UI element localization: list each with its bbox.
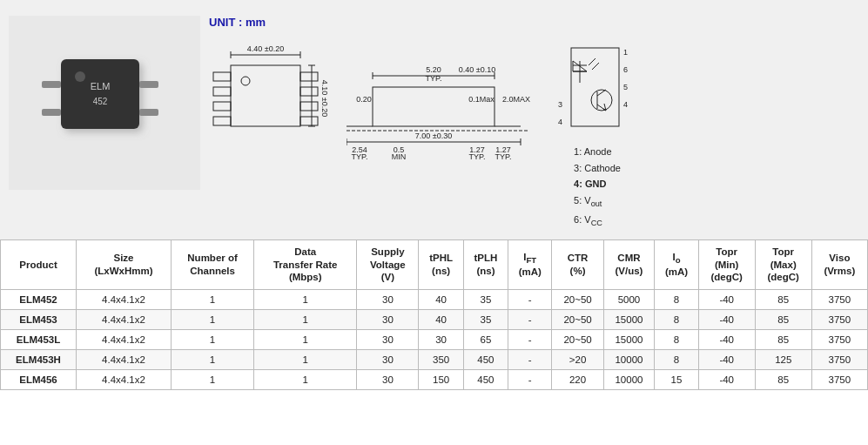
svg-rect-15 (300, 87, 318, 96)
svg-text:4: 4 (623, 100, 628, 109)
cell-cmr: 5000 (603, 290, 655, 310)
svg-rect-12 (213, 102, 231, 111)
svg-text:4.10 ±0.20: 4.10 ±0.20 (320, 80, 329, 117)
cell-channels: 1 (171, 310, 253, 330)
cell-viso: 3750 (811, 350, 867, 370)
table-row: ELM4534.4x4.1x211304035-20~50150008-4085… (1, 310, 868, 330)
cell-cmr: 15000 (603, 310, 655, 330)
cell-ift: - (508, 370, 552, 390)
svg-text:5.20: 5.20 (426, 65, 441, 74)
col-tplh: tPLH(ns) (463, 239, 508, 290)
svg-rect-3 (42, 109, 61, 116)
cell-product: ELM453H (1, 350, 77, 370)
svg-line-61 (589, 58, 595, 65)
cell-tphl: 40 (419, 310, 463, 330)
pinout-diagram: 1 6 5 4 3 4 (554, 39, 632, 231)
svg-line-65 (597, 90, 606, 96)
cell-tphl: 40 (419, 290, 463, 310)
svg-rect-11 (213, 87, 231, 96)
col-topr-max: Topr(Max)(degC) (755, 239, 811, 290)
cell-dtr: 1 (254, 290, 357, 310)
cell-dtr: 1 (254, 330, 357, 350)
svg-text:MIN: MIN (392, 152, 407, 161)
cell-topr_min: -40 (698, 310, 755, 330)
svg-text:TYP.: TYP. (469, 152, 486, 161)
cell-ctr: 220 (552, 370, 603, 390)
svg-rect-14 (300, 72, 318, 81)
cell-supply: 30 (357, 310, 419, 330)
cell-topr_min: -40 (698, 370, 755, 390)
cell-io: 8 (655, 330, 698, 350)
svg-text:7.00 ±0.30: 7.00 ±0.30 (415, 131, 452, 140)
col-viso: Viso(Vrms) (811, 239, 867, 290)
cell-ctr: >20 (552, 350, 603, 370)
unit-label: UNIT : mm (209, 16, 859, 29)
pin4-label: 4: GND (574, 176, 606, 192)
cell-topr_max: 85 (755, 370, 811, 390)
cell-supply: 30 (357, 350, 419, 370)
table-body: ELM4524.4x4.1x211304035-20~5050008-40853… (1, 290, 868, 390)
svg-line-62 (592, 63, 599, 70)
svg-rect-0 (61, 59, 139, 129)
svg-rect-13 (213, 117, 231, 125)
cell-tphl: 350 (419, 350, 463, 370)
col-product: Product (1, 239, 77, 290)
col-channels: Number ofChannels (171, 239, 253, 290)
cell-tplh: 450 (463, 350, 508, 370)
svg-rect-2 (42, 81, 61, 88)
cell-channels: 1 (171, 370, 253, 390)
cell-product: ELM452 (1, 290, 77, 310)
col-ctr: CTR(%) (552, 239, 603, 290)
cell-dtr: 1 (254, 370, 357, 390)
col-tphl: tPHL(ns) (419, 239, 463, 290)
cell-topr_max: 85 (755, 330, 811, 350)
cell-supply: 30 (357, 330, 419, 350)
svg-text:2.0MAX: 2.0MAX (502, 95, 530, 104)
top-section: ELM 452 UNIT : mm (0, 0, 868, 239)
cell-tphl: 150 (419, 370, 463, 390)
svg-text:TYP.: TYP. (495, 152, 512, 161)
svg-rect-10 (213, 72, 231, 81)
pin5-label: 5: Vout (574, 192, 602, 212)
cell-ift: - (508, 290, 552, 310)
svg-text:0.40 ±0.10: 0.40 ±0.10 (459, 65, 495, 74)
svg-rect-8 (231, 65, 300, 126)
product-table: Product Size(LxWxHmm) Number ofChannels … (0, 239, 868, 391)
top-view-diagram: 4.40 ±0.20 4.10 ±0.20 (209, 39, 331, 161)
cell-dtr: 1 (254, 350, 357, 370)
col-cmr: CMR(V/us) (603, 239, 655, 290)
col-io: Io(mA) (655, 239, 698, 290)
cell-topr_max: 125 (755, 350, 811, 370)
cell-ift: - (508, 330, 552, 350)
svg-text:ELM: ELM (91, 81, 111, 91)
col-dtr: DataTransfer Rate(Mbps) (254, 239, 357, 290)
cell-topr_max: 85 (755, 290, 811, 310)
cell-product: ELM453L (1, 330, 77, 350)
cell-size: 4.4x4.1x2 (77, 290, 172, 310)
cell-supply: 30 (357, 290, 419, 310)
svg-text:3: 3 (558, 100, 562, 109)
cell-cmr: 10000 (603, 350, 655, 370)
cell-tplh: 35 (463, 310, 508, 330)
svg-text:1: 1 (623, 48, 628, 57)
cell-product: ELM453 (1, 310, 77, 330)
cell-viso: 3750 (811, 370, 867, 390)
table-header-row: Product Size(LxWxHmm) Number ofChannels … (1, 239, 868, 290)
table-section: Product Size(LxWxHmm) Number ofChannels … (0, 239, 868, 391)
cell-io: 15 (655, 370, 698, 390)
svg-text:4.40 ±0.20: 4.40 ±0.20 (247, 44, 284, 53)
svg-point-1 (75, 71, 85, 82)
product-image: ELM 452 (9, 16, 200, 190)
cell-ctr: 20~50 (552, 330, 603, 350)
diagrams-row: 4.40 ±0.20 4.10 ±0.20 (209, 39, 859, 231)
cell-channels: 1 (171, 350, 253, 370)
cell-io: 8 (655, 310, 698, 330)
svg-text:TYP.: TYP. (426, 74, 442, 83)
cell-viso: 3750 (811, 330, 867, 350)
pin3-label: 3: Cathode (574, 160, 621, 177)
svg-text:0.20: 0.20 (356, 95, 372, 104)
svg-rect-17 (300, 117, 318, 125)
cell-topr_min: -40 (698, 330, 755, 350)
svg-point-9 (241, 77, 250, 85)
table-row: ELM453L4.4x4.1x211303065-20~50150008-408… (1, 330, 868, 350)
